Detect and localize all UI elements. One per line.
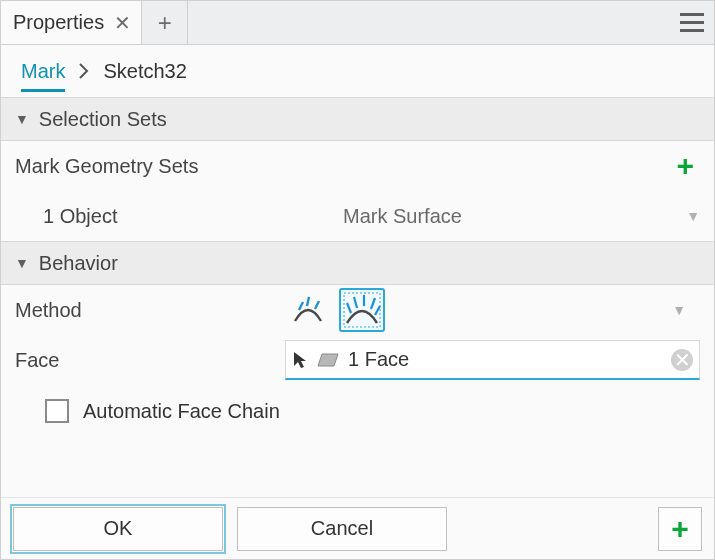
svg-line-11 [375,306,380,315]
svg-line-8 [354,297,357,308]
face-icon [316,352,340,368]
auto-face-chain-checkbox[interactable] [45,399,69,423]
svg-rect-0 [680,13,704,16]
tab-label: Properties [13,11,104,34]
tab-bar: Properties ✕ + [1,1,714,45]
breadcrumb-sketch[interactable]: Sketch32 [103,60,186,83]
method-option-curve[interactable] [285,288,331,332]
section-title: Selection Sets [39,108,167,131]
plus-icon: + [671,514,689,544]
method-row: Method [1,285,714,335]
chevron-right-icon [79,63,89,79]
auto-face-chain-label: Automatic Face Chain [83,400,280,423]
section-title: Behavior [39,252,118,275]
dropdown-icon[interactable]: ▼ [672,302,686,318]
add-tab-button[interactable]: + [142,1,188,44]
cancel-button[interactable]: Cancel [237,507,447,551]
section-header-behavior[interactable]: ▼ Behavior [1,241,714,285]
svg-rect-1 [680,21,704,24]
ok-label: OK [104,517,133,540]
breadcrumb: Mark Sketch32 [1,45,714,97]
mark-geometry-sets-label: Mark Geometry Sets [15,155,285,178]
method-label: Method [15,299,285,322]
mark-geometry-sets-row: Mark Geometry Sets + [1,141,714,191]
auto-face-chain-row: Automatic Face Chain [1,385,714,437]
svg-line-3 [299,302,303,310]
clear-icon[interactable]: ✕ [671,349,693,371]
cursor-icon [292,350,308,370]
face-label: Face [15,349,285,372]
tab-properties[interactable]: Properties ✕ [1,1,142,44]
dropdown-icon[interactable]: ▼ [686,208,700,224]
method-option-face[interactable] [339,288,385,332]
object-type: Mark Surface [343,205,700,228]
object-count: 1 Object [43,205,343,228]
svg-line-4 [307,297,309,306]
svg-line-5 [315,301,319,309]
face-row: Face 1 Face ✕ [1,335,714,385]
add-geometry-set-button[interactable]: + [676,151,694,181]
properties-panel: Properties ✕ + Mark Sketch32 ▼ Selection… [0,0,715,560]
section-header-selection-sets[interactable]: ▼ Selection Sets [1,97,714,141]
face-value: 1 Face [348,348,663,371]
svg-line-7 [347,303,351,313]
svg-rect-2 [680,29,704,32]
button-bar: OK Cancel + [1,497,714,559]
face-input[interactable]: 1 Face ✕ [285,340,700,380]
cancel-label: Cancel [311,517,373,540]
close-icon[interactable]: ✕ [114,13,131,33]
breadcrumb-mark[interactable]: Mark [21,60,65,92]
menu-icon[interactable] [670,1,714,44]
add-button[interactable]: + [658,507,702,551]
collapse-icon: ▼ [15,111,29,127]
geometry-set-item[interactable]: 1 Object Mark Surface ▼ [1,191,714,241]
collapse-icon: ▼ [15,255,29,271]
ok-button[interactable]: OK [13,507,223,551]
svg-line-10 [371,298,375,309]
